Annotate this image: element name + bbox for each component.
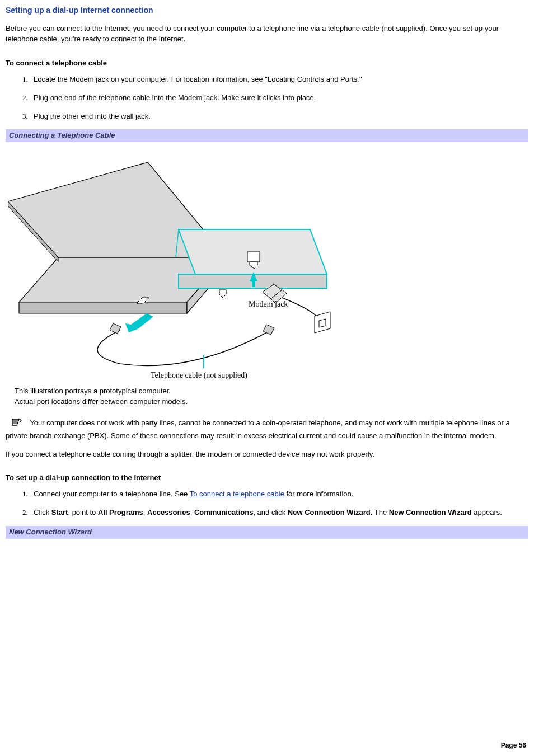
step-number: 2. — [22, 93, 28, 104]
step-number: 1. — [22, 489, 28, 500]
svg-marker-1 — [19, 302, 187, 313]
step-number: 1. — [22, 74, 28, 85]
steps-dialup-setup: 1. Connect your computer to a telephone … — [6, 489, 528, 518]
ui-label-all-programs: All Programs — [98, 508, 143, 516]
subheading-dialup-setup: To set up a dial-up connection to the In… — [6, 473, 528, 483]
note-text: Your computer does not work with party l… — [6, 419, 510, 440]
svg-rect-14 — [252, 281, 255, 287]
figure-caption-band-2: New Connection Wizard — [6, 526, 528, 539]
label-cable-caption: Telephone cable (not supplied) — [151, 371, 247, 380]
step-text: Plug one end of the telephone cable into… — [34, 93, 316, 102]
steps-connect-cable: 1. Locate the Modem jack on your compute… — [6, 74, 528, 122]
list-item: 1. Connect your computer to a telephone … — [6, 489, 528, 500]
svg-rect-10 — [247, 252, 260, 262]
subheading-connect-cable: To connect a telephone cable — [6, 58, 528, 69]
svg-marker-12 — [219, 290, 226, 298]
note-paragraph-2: If you connect a telephone cable coming … — [6, 449, 528, 460]
note-icon — [11, 417, 22, 431]
step-number: 2. — [22, 508, 28, 518]
figure-caption-band: Connecting a Telephone Cable — [6, 129, 528, 142]
page-title: Setting up a dial-up Internet connection — [6, 4, 528, 16]
figure-note-line: This illustration portrays a prototypica… — [15, 386, 344, 397]
svg-marker-18 — [319, 319, 326, 327]
link-connect-telephone-cable[interactable]: To connect a telephone cable — [190, 490, 284, 498]
figure-note-line: Actual port locations differ between com… — [15, 397, 344, 407]
step-text: Locate the Modem jack on your computer. … — [34, 75, 362, 83]
laptop-modem-diagram: Modem jack Telephone cable (not supplied… — [8, 145, 344, 381]
ui-label-communications: Communications — [194, 508, 253, 516]
list-item: 1. Locate the Modem jack on your compute… — [6, 74, 528, 85]
svg-marker-21 — [131, 313, 153, 329]
svg-marker-19 — [110, 323, 121, 334]
step-text: Connect your computer to a telephone lin… — [34, 490, 353, 498]
list-item: 3. Plug the other end into the wall jack… — [6, 111, 528, 122]
ui-label-start: Start — [51, 508, 68, 516]
step-text: Plug the other end into the wall jack. — [34, 112, 151, 120]
ui-label-new-connection-wizard-2: New Connection Wizard — [389, 508, 472, 516]
figure-telephone-cable: Modem jack Telephone cable (not supplied… — [8, 145, 344, 407]
intro-paragraph: Before you can connect to the Internet, … — [6, 24, 528, 45]
step-text: Click Start, point to All Programs, Acce… — [34, 508, 502, 516]
ui-label-accessories: Accessories — [147, 508, 190, 516]
figure-footnote: This illustration portrays a prototypica… — [15, 386, 344, 407]
note-paragraph: Your computer does not work with party l… — [6, 417, 528, 442]
list-item: 2. Click Start, point to All Programs, A… — [6, 508, 528, 518]
step-number: 3. — [22, 111, 28, 122]
list-item: 2. Plug one end of the telephone cable i… — [6, 93, 528, 104]
ui-label-new-connection-wizard: New Connection Wizard — [288, 508, 371, 516]
label-modem-jack: Modem jack — [249, 300, 288, 308]
